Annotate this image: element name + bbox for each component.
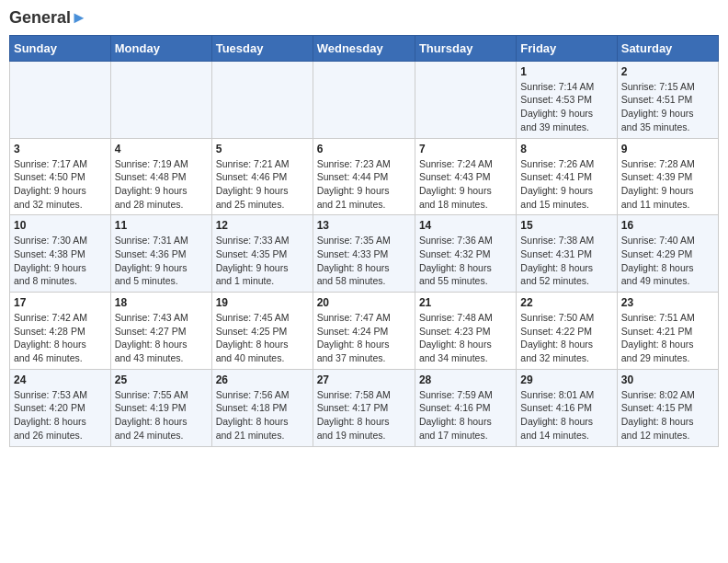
day-number: 6 <box>317 143 411 155</box>
day-number: 27 <box>317 373 411 386</box>
calendar-cell: 28Sunrise: 7:59 AMSunset: 4:16 PMDayligh… <box>415 369 516 446</box>
calendar-table: SundayMondayTuesdayWednesdayThursdayFrid… <box>9 35 719 447</box>
calendar-cell: 18Sunrise: 7:43 AMSunset: 4:27 PMDayligh… <box>110 293 211 370</box>
day-number: 19 <box>216 296 309 309</box>
day-number: 23 <box>621 296 714 309</box>
calendar-cell: 22Sunrise: 7:50 AMSunset: 4:22 PMDayligh… <box>517 293 617 370</box>
day-info: Sunrise: 7:56 AMSunset: 4:18 PMDaylight:… <box>216 388 309 442</box>
calendar-week-2: 3Sunrise: 7:17 AMSunset: 4:50 PMDaylight… <box>10 138 719 215</box>
day-info: Sunrise: 7:45 AMSunset: 4:25 PMDaylight:… <box>216 311 309 365</box>
day-number: 3 <box>14 143 107 155</box>
day-info: Sunrise: 7:40 AMSunset: 4:29 PMDaylight:… <box>621 234 714 288</box>
calendar-cell: 26Sunrise: 7:56 AMSunset: 4:18 PMDayligh… <box>211 369 313 446</box>
day-info: Sunrise: 7:43 AMSunset: 4:27 PMDaylight:… <box>115 311 208 365</box>
calendar-cell <box>211 61 313 138</box>
calendar-cell: 4Sunrise: 7:19 AMSunset: 4:48 PMDaylight… <box>110 138 211 215</box>
calendar-cell: 13Sunrise: 7:35 AMSunset: 4:33 PMDayligh… <box>313 215 415 293</box>
calendar-cell: 10Sunrise: 7:30 AMSunset: 4:38 PMDayligh… <box>10 215 111 293</box>
day-number: 11 <box>115 219 208 232</box>
day-number: 16 <box>621 219 714 232</box>
weekday-header-saturday: Saturday <box>617 35 718 61</box>
day-number: 1 <box>520 65 612 78</box>
calendar-cell: 30Sunrise: 8:02 AMSunset: 4:15 PMDayligh… <box>617 369 718 446</box>
day-number: 10 <box>14 219 107 232</box>
day-info: Sunrise: 7:36 AMSunset: 4:32 PMDaylight:… <box>419 234 512 288</box>
logo-icon-triangle: ► <box>71 8 87 27</box>
calendar-cell: 23Sunrise: 7:51 AMSunset: 4:21 PMDayligh… <box>617 293 718 370</box>
day-number: 13 <box>317 219 411 232</box>
logo-line1: General <box>9 8 71 27</box>
day-number: 4 <box>115 143 208 155</box>
calendar-week-4: 17Sunrise: 7:42 AMSunset: 4:28 PMDayligh… <box>10 293 719 370</box>
page-header: General► <box>9 9 719 28</box>
calendar-cell: 24Sunrise: 7:53 AMSunset: 4:20 PMDayligh… <box>10 369 111 446</box>
day-info: Sunrise: 7:23 AMSunset: 4:44 PMDaylight:… <box>317 157 411 212</box>
day-number: 9 <box>621 143 714 155</box>
day-info: Sunrise: 7:33 AMSunset: 4:35 PMDaylight:… <box>216 234 309 288</box>
day-info: Sunrise: 7:38 AMSunset: 4:31 PMDaylight:… <box>520 234 612 288</box>
calendar-cell: 1Sunrise: 7:14 AMSunset: 4:53 PMDaylight… <box>517 61 617 138</box>
day-number: 5 <box>216 143 309 155</box>
day-info: Sunrise: 7:31 AMSunset: 4:36 PMDaylight:… <box>115 234 208 288</box>
calendar-cell: 17Sunrise: 7:42 AMSunset: 4:28 PMDayligh… <box>10 293 111 370</box>
calendar-cell: 21Sunrise: 7:48 AMSunset: 4:23 PMDayligh… <box>415 293 516 370</box>
logo: General► <box>9 9 87 28</box>
day-info: Sunrise: 7:42 AMSunset: 4:28 PMDaylight:… <box>14 311 107 365</box>
calendar-cell <box>313 61 415 138</box>
day-info: Sunrise: 7:59 AMSunset: 4:16 PMDaylight:… <box>419 388 512 442</box>
calendar-cell: 20Sunrise: 7:47 AMSunset: 4:24 PMDayligh… <box>313 293 415 370</box>
day-info: Sunrise: 7:35 AMSunset: 4:33 PMDaylight:… <box>317 234 411 288</box>
weekday-header-thursday: Thursday <box>415 35 516 61</box>
day-number: 12 <box>216 219 309 232</box>
calendar-week-3: 10Sunrise: 7:30 AMSunset: 4:38 PMDayligh… <box>10 215 719 293</box>
day-info: Sunrise: 7:58 AMSunset: 4:17 PMDaylight:… <box>317 388 411 442</box>
calendar-cell: 14Sunrise: 7:36 AMSunset: 4:32 PMDayligh… <box>415 215 516 293</box>
calendar-cell: 27Sunrise: 7:58 AMSunset: 4:17 PMDayligh… <box>313 369 415 446</box>
day-number: 17 <box>14 296 107 309</box>
calendar-week-1: 1Sunrise: 7:14 AMSunset: 4:53 PMDaylight… <box>10 61 719 138</box>
calendar-cell <box>110 61 211 138</box>
calendar-cell: 15Sunrise: 7:38 AMSunset: 4:31 PMDayligh… <box>517 215 617 293</box>
day-number: 7 <box>419 143 512 155</box>
day-info: Sunrise: 7:21 AMSunset: 4:46 PMDaylight:… <box>216 157 309 212</box>
day-number: 26 <box>216 373 309 386</box>
calendar-cell: 25Sunrise: 7:55 AMSunset: 4:19 PMDayligh… <box>110 369 211 446</box>
calendar-cell: 7Sunrise: 7:24 AMSunset: 4:43 PMDaylight… <box>415 138 516 215</box>
calendar-cell: 3Sunrise: 7:17 AMSunset: 4:50 PMDaylight… <box>10 138 111 215</box>
day-info: Sunrise: 7:14 AMSunset: 4:53 PMDaylight:… <box>520 80 612 134</box>
day-info: Sunrise: 7:50 AMSunset: 4:22 PMDaylight:… <box>520 311 612 365</box>
weekday-header-monday: Monday <box>110 35 211 61</box>
calendar-cell <box>10 61 111 138</box>
calendar-cell: 12Sunrise: 7:33 AMSunset: 4:35 PMDayligh… <box>211 215 313 293</box>
weekday-header-tuesday: Tuesday <box>211 35 313 61</box>
day-number: 20 <box>317 296 411 309</box>
day-info: Sunrise: 7:53 AMSunset: 4:20 PMDaylight:… <box>14 388 107 442</box>
day-info: Sunrise: 7:19 AMSunset: 4:48 PMDaylight:… <box>115 157 208 212</box>
weekday-header-sunday: Sunday <box>10 35 111 61</box>
day-info: Sunrise: 7:55 AMSunset: 4:19 PMDaylight:… <box>115 388 208 442</box>
day-number: 14 <box>419 219 512 232</box>
weekday-header-wednesday: Wednesday <box>313 35 415 61</box>
calendar-cell: 6Sunrise: 7:23 AMSunset: 4:44 PMDaylight… <box>313 138 415 215</box>
day-info: Sunrise: 7:24 AMSunset: 4:43 PMDaylight:… <box>419 157 512 212</box>
calendar-cell: 16Sunrise: 7:40 AMSunset: 4:29 PMDayligh… <box>617 215 718 293</box>
calendar-cell: 11Sunrise: 7:31 AMSunset: 4:36 PMDayligh… <box>110 215 211 293</box>
day-info: Sunrise: 7:51 AMSunset: 4:21 PMDaylight:… <box>621 311 714 365</box>
calendar-week-5: 24Sunrise: 7:53 AMSunset: 4:20 PMDayligh… <box>10 369 719 446</box>
calendar-cell: 9Sunrise: 7:28 AMSunset: 4:39 PMDaylight… <box>617 138 718 215</box>
day-number: 18 <box>115 296 208 309</box>
calendar-cell <box>415 61 516 138</box>
day-info: Sunrise: 7:30 AMSunset: 4:38 PMDaylight:… <box>14 234 107 288</box>
calendar-cell: 29Sunrise: 8:01 AMSunset: 4:16 PMDayligh… <box>517 369 617 446</box>
day-info: Sunrise: 7:17 AMSunset: 4:50 PMDaylight:… <box>14 157 107 212</box>
day-info: Sunrise: 7:28 AMSunset: 4:39 PMDaylight:… <box>621 157 714 212</box>
calendar-cell: 5Sunrise: 7:21 AMSunset: 4:46 PMDaylight… <box>211 138 313 215</box>
day-number: 2 <box>621 65 714 78</box>
day-number: 28 <box>419 373 512 386</box>
day-info: Sunrise: 8:02 AMSunset: 4:15 PMDaylight:… <box>621 388 714 442</box>
day-number: 22 <box>520 296 612 309</box>
day-number: 8 <box>520 143 612 155</box>
day-number: 15 <box>520 219 612 232</box>
calendar-cell: 19Sunrise: 7:45 AMSunset: 4:25 PMDayligh… <box>211 293 313 370</box>
day-info: Sunrise: 8:01 AMSunset: 4:16 PMDaylight:… <box>520 388 612 442</box>
